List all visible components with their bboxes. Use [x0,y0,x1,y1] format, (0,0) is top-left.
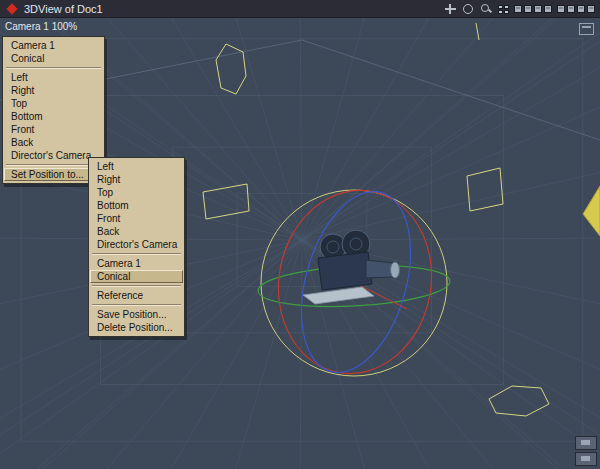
submenu-item-top[interactable]: Top [90,186,183,199]
menu-item-camera-1[interactable]: Camera 1 [4,39,103,52]
layout-grid-icon[interactable] [498,5,509,14]
app-diamond-icon [6,3,17,14]
pan-view-icon[interactable] [444,3,457,14]
camera-lens [366,260,394,278]
camera-base-plate [303,287,374,304]
submenu-item-reference[interactable]: Reference [90,289,183,302]
menu-item-conical[interactable]: Conical [4,52,103,65]
submenu-item-left[interactable]: Left [90,160,183,173]
titlebar: 3DView of Doc1 [0,0,600,18]
submenu-item-conical[interactable]: Conical [90,270,183,283]
view-layout-button[interactable] [524,5,532,13]
menu-item-right[interactable]: Right [4,84,103,97]
submenu-item-save-position[interactable]: Save Position... [90,308,183,321]
submenu-item-bottom[interactable]: Bottom [90,199,183,212]
menu-item-back[interactable]: Back [4,136,103,149]
view-layout-button[interactable] [577,5,585,13]
submenu-item-directors-camera[interactable]: Director's Camera [90,238,183,251]
menu-item-bottom[interactable]: Bottom [4,110,103,123]
submenu-item-back[interactable]: Back [90,225,183,238]
window-title: 3DView of Doc1 [24,3,103,15]
view-layout-button[interactable] [567,5,575,13]
viewport-corner-button-top[interactable] [575,436,597,450]
view-layout-button[interactable] [587,5,595,13]
wireframe-crystal [216,44,246,94]
3d-view-window: 3DView of Doc1 [0,0,600,469]
set-position-submenu: Left Right Top Bottom Front Back Directo… [88,157,185,337]
view-layout-button[interactable] [557,5,565,13]
menu-item-label: Set Position to... [11,169,84,180]
camera-lens-cap [391,262,400,278]
menu-separator [92,253,181,255]
viewport-options-icon[interactable] [579,23,594,35]
submenu-item-front[interactable]: Front [90,212,183,225]
view-layout-buttons-group-2 [557,5,595,13]
orbit-view-icon[interactable] [462,3,475,14]
viewport-corner-controls [575,436,597,466]
menu-item-left[interactable]: Left [4,71,103,84]
viewport-corner-button-bottom[interactable] [575,452,597,466]
submenu-item-right[interactable]: Right [90,173,183,186]
view-layout-button[interactable] [534,5,542,13]
wireframe-panel-right [467,168,503,211]
view-layout-button[interactable] [544,5,552,13]
zoom-view-icon[interactable] [480,3,493,14]
titlebar-toolbar [444,3,595,14]
menu-separator [92,304,181,306]
menu-separator [6,164,101,166]
menu-separator [92,285,181,287]
view-layout-button[interactable] [514,5,522,13]
menu-separator [6,67,101,69]
submenu-item-camera-1[interactable]: Camera 1 [90,257,183,270]
submenu-item-delete-position[interactable]: Delete Position... [90,321,183,334]
camera-label[interactable]: Camera 1 100% [5,21,77,32]
camera-body [318,252,372,290]
cone-object [583,186,600,236]
view-layout-buttons-group-1 [514,5,552,13]
menu-item-top[interactable]: Top [4,97,103,110]
menu-item-front[interactable]: Front [4,123,103,136]
